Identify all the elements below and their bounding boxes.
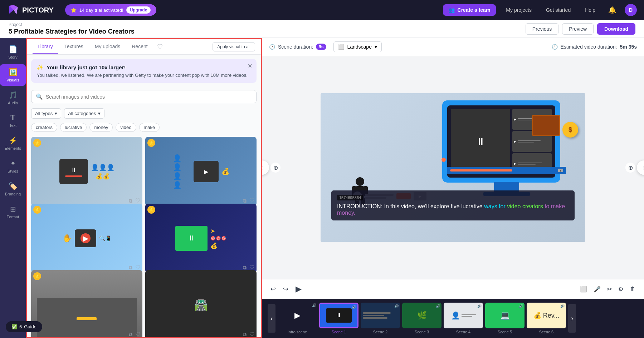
sidebar-item-story[interactable]: 📄 Story: [0, 41, 26, 63]
timeline-scene-5[interactable]: 💻 🔊 Scene 5: [485, 303, 525, 334]
audio-label: Audio: [8, 101, 18, 105]
next-scene-arrow[interactable]: ›: [637, 160, 644, 175]
scene-thumb-6[interactable]: 💰 Rev... 🔊: [527, 303, 566, 328]
media-copy-icon[interactable]: ⧉: [243, 198, 247, 204]
audio-icon: 🎵: [9, 91, 18, 99]
scene-thumb-2[interactable]: 🔊: [361, 303, 400, 328]
sidebar-item-text[interactable]: T Text: [0, 110, 26, 131]
scene-thumb-4[interactable]: 👤 🔊: [444, 303, 483, 328]
create-team-button[interactable]: 👥 Create a team: [443, 4, 496, 16]
media-copy-icon[interactable]: ⧉: [243, 332, 247, 337]
timeline-left-button[interactable]: ‹: [268, 304, 275, 333]
scene-2-label: Scene 2: [373, 330, 387, 334]
sidebar-item-format[interactable]: ⊞ Format: [0, 201, 26, 223]
media-item[interactable]: 👤👤👤👤 ▶ 💰 ⭐ ⧉ ♡: [145, 137, 257, 206]
media-heart-icon[interactable]: ♡: [135, 264, 140, 271]
my-projects-link[interactable]: My projects: [502, 4, 536, 16]
all-types-filter[interactable]: All types ▾: [31, 108, 61, 119]
tag-money[interactable]: money: [89, 123, 113, 132]
notification-icon[interactable]: 🔔: [605, 3, 619, 17]
tab-textures[interactable]: Textures: [59, 40, 88, 54]
sidebar-item-visuals[interactable]: 🖼️ Visuals: [0, 64, 26, 86]
sidebar-item-styles[interactable]: ✦ Styles: [0, 155, 26, 177]
dot-decoration: [441, 158, 446, 162]
all-categories-filter[interactable]: All categories ▾: [64, 108, 104, 119]
sidebar-item-audio[interactable]: 🎵 Audio: [0, 87, 26, 109]
landscape-icon: ⬜: [338, 44, 344, 50]
logo[interactable]: PICTORY: [7, 4, 54, 16]
apply-visual-button[interactable]: Apply visual to all: [213, 42, 255, 51]
tab-my-uploads[interactable]: My uploads: [90, 40, 126, 54]
search-box: 🔍: [31, 90, 257, 103]
media-item[interactable]: ⭐ ⧉ ♡: [31, 270, 142, 337]
media-item[interactable]: ⏸ ➤ 🎯🎯🎯 💰 ⭐ ⧉ ♡: [145, 204, 257, 273]
undo-button[interactable]: ↩: [269, 284, 277, 294]
middle-panel: Library Textures My uploads Recent ♡ App…: [26, 38, 262, 338]
prev-scene-arrow[interactable]: ‹: [262, 160, 269, 175]
scene-duration-value: 9s: [316, 44, 326, 50]
media-heart-icon[interactable]: ♡: [249, 264, 254, 271]
branding-label: Branding: [5, 192, 21, 196]
media-copy-icon[interactable]: ⧉: [129, 198, 132, 204]
caption-style-button[interactable]: ⬜: [579, 284, 589, 294]
banner-close-button[interactable]: ✕: [248, 63, 252, 69]
media-item[interactable]: 🛣️ ⧉ ♡: [145, 270, 257, 337]
preview-button[interactable]: Preview: [562, 23, 594, 35]
media-heart-icon[interactable]: ♡: [135, 331, 140, 337]
cut-button[interactable]: ✂: [606, 284, 613, 294]
avatar[interactable]: D: [625, 4, 637, 16]
search-input[interactable]: [46, 94, 252, 100]
media-item[interactable]: ✋ ▶ 🔍📱 ⭐ ⧉ ♡: [31, 204, 142, 273]
landscape-selector[interactable]: ⬜ Landscape ▾: [333, 41, 382, 52]
scene-thumb-5[interactable]: 💻 🔊: [485, 303, 525, 328]
scene-thumb-1[interactable]: ⏸ 🔊: [319, 303, 358, 328]
play-button[interactable]: ▶: [294, 283, 303, 295]
media-copy-icon[interactable]: ⧉: [129, 332, 132, 337]
tag-video[interactable]: video: [116, 123, 136, 132]
timeline-scene-1[interactable]: ⏸ 🔊 Scene 1: [319, 303, 358, 334]
caption-creators: video creators: [507, 203, 545, 209]
media-heart-icon[interactable]: ♡: [249, 197, 254, 204]
sidebar-item-branding[interactable]: 🏷️ Branding: [0, 178, 26, 200]
sidebar-item-elements[interactable]: ⚡ Elements: [0, 133, 26, 154]
timeline-scene-intro[interactable]: ▶ 🔊 Intro scene: [278, 303, 317, 334]
previous-button[interactable]: Previous: [526, 23, 558, 35]
tabs-header: Library Textures My uploads Recent ♡ App…: [27, 39, 261, 55]
favorites-heart-icon[interactable]: ♡: [157, 43, 163, 51]
timeline-scene-3[interactable]: 🌿 🔊 Scene 3: [402, 303, 441, 334]
scene-6-label: Scene 6: [539, 330, 553, 334]
delete-button[interactable]: 🗑: [628, 284, 637, 294]
tag-creators[interactable]: creators: [31, 123, 57, 132]
upgrade-button[interactable]: Upgrade: [126, 6, 151, 14]
media-premium-badge: ⭐: [147, 139, 155, 147]
redo-button[interactable]: ↪: [282, 284, 290, 294]
add-left-button[interactable]: ⊕: [270, 163, 280, 173]
tab-recent[interactable]: Recent: [127, 40, 152, 54]
media-item[interactable]: ⏸ 👤👤👤 💰💰 ⭐ ⧉ ♡: [31, 137, 142, 206]
create-team-label: Create a team: [458, 7, 491, 13]
tag-lucrative[interactable]: lucrative: [60, 123, 87, 132]
media-heart-icon[interactable]: ♡: [135, 197, 140, 204]
timeline-right-button[interactable]: ›: [568, 304, 576, 333]
timeline-scene-2[interactable]: 🔊 Scene 2: [361, 303, 400, 334]
microphone-button[interactable]: 🎤: [592, 284, 602, 294]
settings-button[interactable]: ⚙: [617, 284, 625, 294]
scene-thumb-intro[interactable]: ▶ 🔊: [278, 303, 317, 328]
download-button[interactable]: Download: [597, 23, 635, 35]
add-right-button[interactable]: ⊕: [625, 163, 635, 173]
help-link[interactable]: Help: [581, 4, 600, 16]
sub-header: Project 5 Profitable Strategies for Vide…: [0, 20, 644, 38]
scene-thumb-3[interactable]: 🌿 🔊: [402, 303, 441, 328]
timeline-scene-4[interactable]: 👤 🔊 Scene 4: [444, 303, 483, 334]
story-icon: 📄: [9, 45, 18, 54]
media-heart-icon[interactable]: ♡: [249, 331, 254, 337]
all-categories-label: All categories: [68, 111, 96, 116]
get-started-link[interactable]: Get started: [542, 4, 575, 16]
svg-point-1: [356, 177, 364, 186]
timeline-scene-6[interactable]: 💰 Rev... 🔊 Scene 6: [527, 303, 566, 334]
tag-make[interactable]: make: [139, 123, 160, 132]
elements-icon: ⚡: [9, 136, 18, 145]
guide-button[interactable]: ✅ 5 Guide: [6, 321, 42, 332]
project-title: 5 Profitable Strategies for Video Creato…: [9, 28, 135, 35]
tab-library[interactable]: Library: [33, 40, 58, 54]
